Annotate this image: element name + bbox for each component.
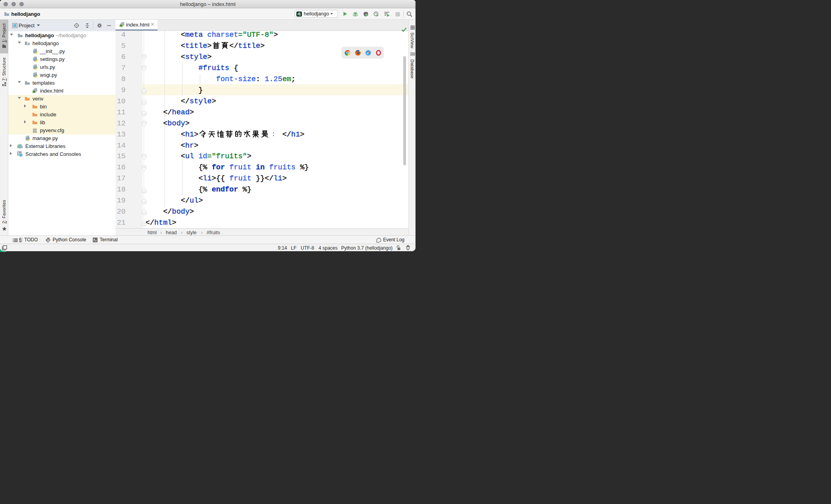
svg-text:H: H	[120, 24, 122, 27]
svg-text:H: H	[33, 90, 35, 93]
